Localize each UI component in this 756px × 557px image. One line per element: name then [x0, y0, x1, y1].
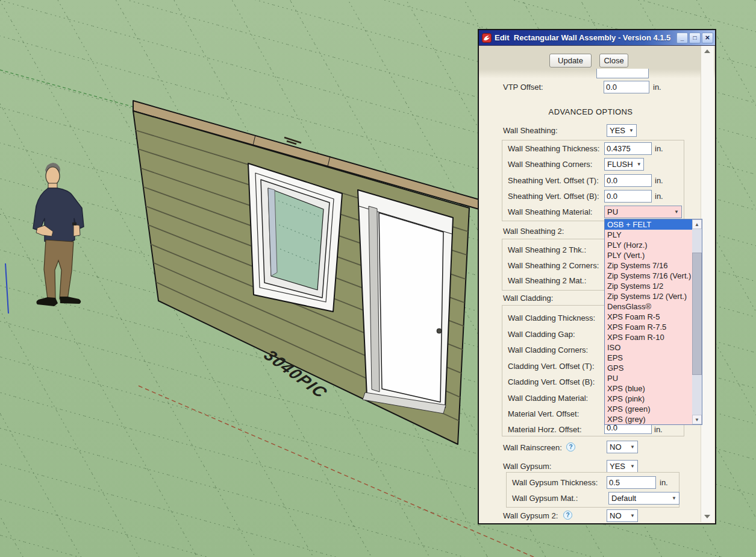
wall-sheathing2-label: Wall Sheathing 2: — [503, 227, 564, 236]
sheathing2-thk-label: Wall Sheathing 2 Thk.: — [508, 245, 586, 254]
wall-sheathing-select[interactable]: YES ▼ — [607, 124, 637, 137]
dropdown-option[interactable]: PLY (Horz.) — [605, 240, 692, 250]
minimize-button[interactable]: _ — [676, 33, 688, 43]
close-button[interactable]: Close — [599, 54, 628, 68]
dropdown-option[interactable]: Zip Systems 1/2 (Vert.) — [605, 291, 692, 301]
cladding-corners-label: Wall Cladding Corners: — [508, 345, 588, 354]
sheathing-vert-b-input[interactable] — [604, 190, 652, 203]
dialog-title: Edit Rectangular Wall Assembly - Version… — [495, 33, 670, 42]
wall-sheathing-label: Wall Sheathing: — [503, 126, 558, 135]
wall-gypsum-label: Wall Gypsum: — [503, 462, 551, 471]
close-window-button[interactable]: ✕ — [702, 33, 713, 43]
chevron-down-icon: ▼ — [672, 496, 676, 501]
cladding-material-label: Wall Cladding Material: — [508, 394, 588, 403]
door[interactable] — [358, 190, 453, 414]
scroll-down-icon[interactable]: ▼ — [692, 415, 702, 424]
dropdown-option[interactable]: XPS (green) — [605, 404, 692, 414]
advanced-options-heading: ADVANCED OPTIONS — [479, 107, 702, 116]
app-icon — [482, 33, 492, 43]
chevron-down-icon: ▼ — [630, 444, 635, 450]
person-head — [46, 167, 60, 185]
scroll-up-icon[interactable] — [704, 49, 710, 53]
dropdown-option[interactable]: PU — [605, 373, 692, 383]
chevron-down-icon: ▼ — [637, 162, 642, 167]
sheathing-corners-select[interactable]: FLUSH ▼ — [604, 158, 644, 171]
dropdown-option[interactable]: XPS Foam R-5 — [605, 312, 692, 322]
wall-assembly-dialog: Edit Rectangular Wall Assembly - Version… — [478, 29, 716, 524]
dropdown-option[interactable]: PLY — [605, 230, 692, 240]
dropdown-option[interactable]: GPS — [605, 363, 692, 373]
wall-rainscreen-label: Wall Rainscreen: — [503, 443, 562, 452]
dropdown-option[interactable]: OSB + FELT — [605, 219, 692, 230]
dropdown-option[interactable]: XPS (grey) — [605, 414, 692, 424]
maximize-button[interactable]: □ — [689, 33, 701, 43]
dropdown-scroll-thumb[interactable] — [692, 253, 702, 375]
wall-gypsum2-label: Wall Gypsum 2: — [503, 511, 558, 520]
wall-gypsum2-select[interactable]: NO ▼ — [607, 509, 638, 522]
cladding-vert-b-label: Cladding Vert. Offset (B): — [508, 377, 595, 386]
wall-cladding-label: Wall Cladding: — [503, 294, 553, 303]
dropdown-scrollbar[interactable]: ▲ ▼ — [692, 219, 702, 424]
dialog-scrollbar[interactable] — [701, 46, 714, 522]
gypsum-thickness-input[interactable] — [607, 476, 656, 489]
sheathing-material-dropdown-list: OSB + FELT PLY PLY (Horz.) PLY (Vert.) Z… — [604, 219, 702, 425]
vtp-offset-label: VTP Offset: — [503, 83, 543, 92]
material-horz-offset-label: Material Horz. Offset: — [508, 425, 582, 434]
door-slab — [379, 213, 443, 402]
scrolled-input-partial[interactable] — [596, 69, 649, 78]
chevron-down-icon: ▼ — [674, 209, 679, 215]
sheathing-material-label: Wall Sheathing Material: — [508, 207, 592, 216]
dropdown-option[interactable]: XPS Foam R-10 — [605, 332, 692, 342]
dropdown-option[interactable]: Zip Systems 7/16 (Vert.) — [605, 271, 692, 281]
dropdown-option[interactable]: XPS (blue) — [605, 383, 692, 394]
chevron-down-icon: ▼ — [630, 513, 635, 518]
gypsum-mat-label: Wall Gypsum Mat.: — [512, 494, 578, 503]
dialog-content: Update Close VTP Offset: in. ADVANCED OP… — [479, 46, 715, 523]
dropdown-option[interactable]: ISO — [605, 342, 692, 353]
sheathing-vert-b-label: Sheathing Vert. Offset (B): — [508, 192, 599, 201]
cladding-gap-label: Wall Cladding Gap: — [508, 330, 575, 339]
dialog-titlebar[interactable]: Edit Rectangular Wall Assembly - Version… — [479, 30, 715, 46]
dropdown-option[interactable]: PLY (Vert.) — [605, 250, 692, 260]
sheathing2-corners-label: Wall Sheathing 2 Corners: — [508, 261, 599, 270]
dropdown-option[interactable]: Zip Systems 7/16 — [605, 260, 692, 271]
wall-gypsum-select[interactable]: YES ▼ — [607, 460, 638, 473]
gypsum-mat-select[interactable]: Default ▼ — [608, 492, 679, 505]
sheathing-thickness-input[interactable] — [604, 142, 652, 155]
dropdown-option[interactable]: XPS (pink) — [605, 394, 692, 404]
scroll-up-icon[interactable]: ▲ — [692, 219, 702, 229]
sheathing-material-select[interactable]: PU ▼ — [604, 206, 682, 218]
vtp-offset-input[interactable] — [604, 81, 649, 93]
sheathing-vert-t-label: Sheathing Vert. Offset (T): — [508, 176, 599, 185]
sheathing-thickness-label: Wall Sheathing Thickness: — [508, 144, 599, 153]
update-button[interactable]: Update — [549, 54, 592, 68]
sheathing2-mat-label: Wall Sheathing 2 Mat.: — [508, 276, 586, 285]
dropdown-option[interactable]: EPS — [605, 353, 692, 363]
scroll-down-icon[interactable] — [704, 515, 710, 518]
cladding-vert-t-label: Cladding Vert. Offset (T): — [508, 362, 595, 371]
sheathing-vert-t-input[interactable] — [604, 174, 652, 187]
material-vert-offset-label: Material Vert. Offset: — [508, 409, 579, 418]
help-icon[interactable]: ? — [566, 442, 575, 452]
dropdown-option[interactable]: Zip Systems 1/2 — [605, 281, 692, 291]
vtp-offset-unit: in. — [653, 83, 661, 92]
chevron-down-icon: ▼ — [629, 128, 634, 133]
wall-rainscreen-select[interactable]: NO ▼ — [607, 441, 638, 453]
sheathing-corners-label: Wall Sheathing Corners: — [508, 160, 592, 169]
dropdown-option[interactable]: DensGlass® — [605, 301, 692, 312]
help-icon[interactable]: ? — [563, 511, 572, 520]
gypsum-thickness-label: Wall Gypsum Thickness: — [512, 478, 598, 487]
cladding-thickness-label: Wall Cladding Thickness: — [508, 313, 595, 323]
dropdown-option[interactable]: XPS Foam R-7.5 — [605, 322, 692, 332]
door-knob — [437, 329, 442, 333]
chevron-down-icon: ▼ — [630, 464, 635, 469]
